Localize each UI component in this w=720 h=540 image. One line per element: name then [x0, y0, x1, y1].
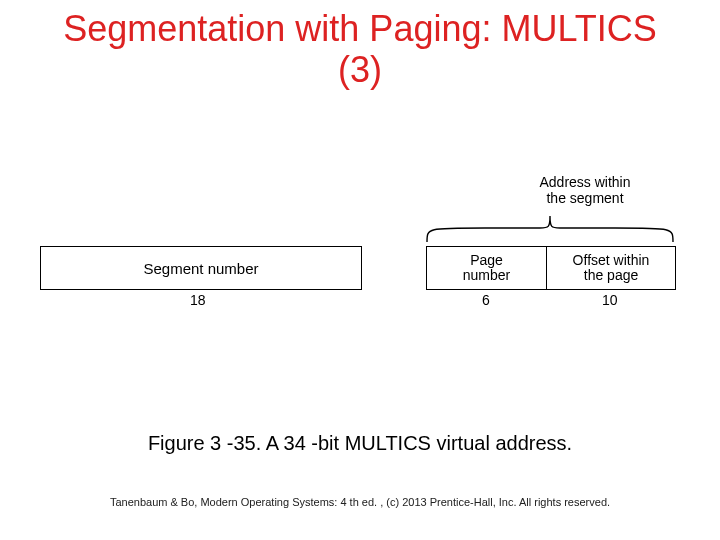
page-number-label: Pagenumber: [463, 253, 510, 284]
segment-bits: 18: [190, 292, 206, 308]
address-within-text: Address withinthe segment: [539, 174, 630, 206]
slide-title: Segmentation with Paging: MULTICS (3): [0, 0, 720, 91]
segment-number-label: Segment number: [143, 260, 258, 277]
segment-number-box: Segment number: [40, 246, 362, 290]
copyright-footer: Tanenbaum & Bo, Modern Operating Systems…: [0, 496, 720, 508]
title-line-1: Segmentation with Paging: MULTICS: [63, 8, 657, 49]
offset-label: Offset withinthe page: [573, 253, 650, 284]
figure-caption: Figure 3 -35. A 34 -bit MULTICS virtual …: [0, 432, 720, 455]
brace-icon: [425, 214, 675, 244]
address-within-segment-label: Address withinthe segment: [510, 174, 660, 206]
title-line-2: (3): [338, 49, 382, 90]
offset-bits: 10: [602, 292, 618, 308]
page-number-box: Pagenumber: [426, 246, 546, 290]
offset-box: Offset withinthe page: [546, 246, 676, 290]
page-bits: 6: [482, 292, 490, 308]
